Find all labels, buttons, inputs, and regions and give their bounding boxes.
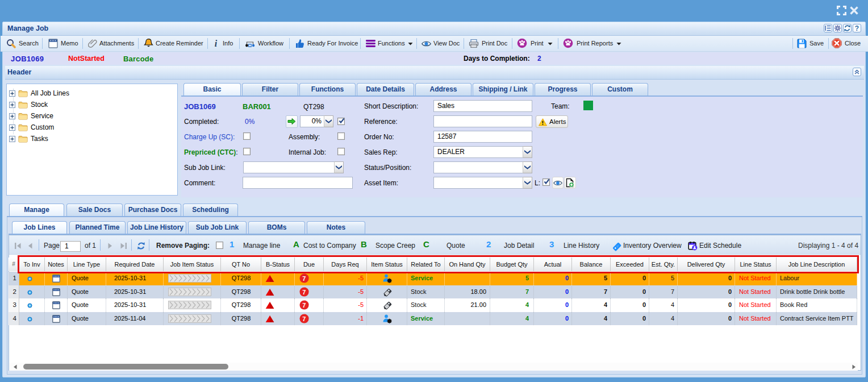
svg-text:7: 7 bbox=[302, 302, 306, 309]
svg-text:7: 7 bbox=[302, 288, 306, 295]
svg-text:7: 7 bbox=[302, 275, 306, 282]
svg-text:i: i bbox=[215, 39, 218, 48]
svg-text:?: ? bbox=[855, 24, 859, 32]
svg-text:7: 7 bbox=[302, 315, 306, 322]
